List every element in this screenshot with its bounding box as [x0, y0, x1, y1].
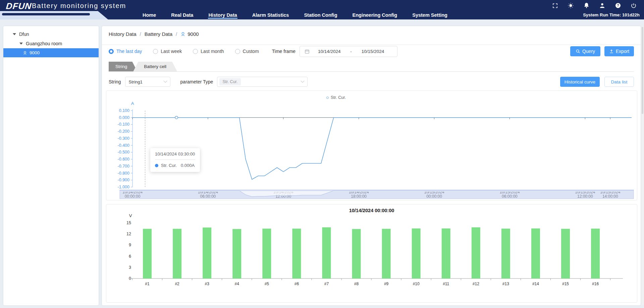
- nav-engineering-config[interactable]: Engineering Config: [352, 11, 398, 19]
- svg-text:#8: #8: [354, 282, 359, 286]
- bar-chart[interactable]: V03691215#1#2#3#4#5#6#7#8#9#10#11#12#13#…: [106, 204, 637, 302]
- radio-last-day[interactable]: The last day: [109, 49, 142, 54]
- radio-last-week[interactable]: Last week: [153, 49, 182, 54]
- radio-icon: [153, 49, 158, 54]
- user-icon[interactable]: [599, 2, 605, 9]
- chevron-down-icon: [163, 79, 167, 83]
- svg-text:-1.000: -1.000: [118, 185, 129, 189]
- svg-text:#1: #1: [145, 282, 150, 286]
- svg-text:0.000: 0.000: [119, 115, 129, 120]
- breadcrumb-battery-data[interactable]: Battery Data: [145, 31, 172, 37]
- svg-text:#3: #3: [205, 282, 209, 286]
- logo: DFUN: [5, 1, 32, 11]
- date-range-input[interactable]: 10/14/2024 - 10/15/2024: [300, 46, 397, 57]
- svg-text:-0.600: -0.600: [118, 157, 129, 162]
- string-label: String: [109, 79, 121, 84]
- svg-text:6: 6: [129, 254, 131, 259]
- legend-str-cur[interactable]: Str. Cur.: [326, 95, 346, 100]
- brightness-icon[interactable]: [568, 2, 574, 9]
- device-icon: [23, 51, 27, 55]
- svg-text:#12: #12: [473, 282, 479, 286]
- time-frame-label: Time frame: [272, 49, 296, 54]
- tree-node-dfun[interactable]: Dfun: [3, 29, 99, 39]
- chevron-down-icon: [301, 79, 305, 83]
- svg-text:-0.700: -0.700: [118, 164, 129, 169]
- notification-icon[interactable]: [583, 2, 590, 9]
- svg-text:#7: #7: [324, 282, 329, 286]
- main-panel: History Data / Battery Data / 9000 The l…: [102, 26, 641, 305]
- calendar-icon: [305, 49, 310, 54]
- device-icon: [180, 32, 185, 37]
- line-chart[interactable]: A0.1000.000-0.100-0.200-0.300-0.400-0.50…: [106, 91, 637, 200]
- svg-text:#2: #2: [175, 282, 179, 286]
- breadcrumb-current: 9000: [180, 31, 199, 37]
- breadcrumb-history-data[interactable]: History Data: [109, 31, 137, 37]
- help-icon[interactable]: ?: [615, 2, 621, 9]
- tree-node-guangzhou-room[interactable]: Guangzhou room: [3, 39, 99, 48]
- nav-system-setting[interactable]: System Setting: [412, 11, 448, 19]
- filter-bar: The last day Last week Last month Custom…: [109, 46, 634, 56]
- chart-tooltip: 10/14/2024 03:30:00 Str. Cur. 0.000A: [150, 148, 200, 172]
- radio-icon: [193, 49, 198, 54]
- svg-text:#9: #9: [384, 282, 389, 286]
- svg-text:V: V: [129, 213, 132, 218]
- svg-text:-0.800: -0.800: [118, 171, 129, 176]
- divider: [102, 45, 641, 45]
- svg-text:#6: #6: [294, 282, 299, 286]
- app-title: Battery monitoring system: [32, 2, 126, 10]
- data-list-button[interactable]: Data list: [604, 77, 634, 87]
- string-filter-row: String String1 parameter Type Str. Cur. …: [109, 76, 634, 87]
- cell-voltage-card: 10/14/2024 00:00:00 V03691215#1#2#3#4#5#…: [106, 204, 637, 303]
- svg-text:9: 9: [129, 243, 131, 247]
- nav-alarm-statistics[interactable]: Alarm Statistics: [252, 11, 289, 19]
- svg-text:#5: #5: [265, 282, 269, 286]
- svg-text:-0.200: -0.200: [118, 129, 129, 134]
- header: DFUN Battery monitoring system ? Home Re…: [0, 0, 644, 19]
- chevron-down-icon: [13, 33, 16, 35]
- series-dot-icon: [155, 164, 158, 167]
- search-icon: [576, 49, 580, 54]
- radio-icon: [109, 49, 114, 54]
- power-icon[interactable]: [631, 3, 637, 9]
- parameter-tag: Str. Cur.: [219, 78, 240, 85]
- nav-home[interactable]: Home: [142, 11, 156, 19]
- svg-text:#14: #14: [532, 282, 539, 286]
- radio-icon: [235, 49, 240, 54]
- query-button[interactable]: Query: [570, 46, 600, 56]
- tab-string[interactable]: String: [109, 62, 137, 71]
- svg-text:#10: #10: [413, 282, 420, 286]
- svg-text:#4: #4: [235, 282, 239, 286]
- breadcrumb: History Data / Battery Data / 9000: [109, 29, 199, 39]
- historical-curve-card: A0.1000.000-0.100-0.200-0.300-0.400-0.50…: [106, 90, 637, 200]
- svg-text:#13: #13: [502, 282, 509, 286]
- chevron-down-icon: [19, 43, 23, 45]
- svg-text:-0.500: -0.500: [118, 150, 129, 155]
- parameter-type-label: parameter Type: [180, 79, 213, 84]
- nav-history-data[interactable]: History Data: [208, 11, 237, 19]
- svg-text:-0.100: -0.100: [118, 122, 129, 127]
- parameter-type-select[interactable]: Str. Cur.: [217, 77, 308, 87]
- radio-custom[interactable]: Custom: [235, 49, 259, 54]
- tree-node-9000[interactable]: 9000: [3, 48, 99, 57]
- svg-text:15: 15: [126, 221, 131, 225]
- svg-text:-0.300: -0.300: [118, 136, 129, 141]
- fullscreen-icon[interactable]: [552, 3, 558, 9]
- end-date[interactable]: 10/15/2024: [353, 49, 392, 54]
- historical-curve-button[interactable]: Historical curve: [560, 77, 600, 87]
- vertical-scrollbar[interactable]: [641, 26, 644, 305]
- nav-station-config[interactable]: Station Config: [304, 11, 337, 19]
- scrollbar-thumb[interactable]: [642, 27, 643, 114]
- legend-marker-icon: [326, 97, 329, 99]
- tab-battery-cell[interactable]: Battery cell: [133, 62, 177, 71]
- svg-text:12: 12: [126, 232, 131, 236]
- svg-text:A: A: [131, 101, 134, 106]
- svg-text:#15: #15: [562, 282, 569, 286]
- svg-text:-0.400: -0.400: [118, 143, 129, 148]
- nav-real-data[interactable]: Real Data: [171, 11, 194, 19]
- start-date[interactable]: 10/14/2024: [310, 49, 349, 54]
- system-run-time: System Run Time: 101d22h: [583, 12, 640, 17]
- string-select[interactable]: String1: [125, 77, 170, 87]
- radio-last-month[interactable]: Last month: [193, 49, 224, 54]
- tab-bar: String Battery cell: [109, 62, 634, 72]
- export-button[interactable]: Export: [604, 46, 634, 56]
